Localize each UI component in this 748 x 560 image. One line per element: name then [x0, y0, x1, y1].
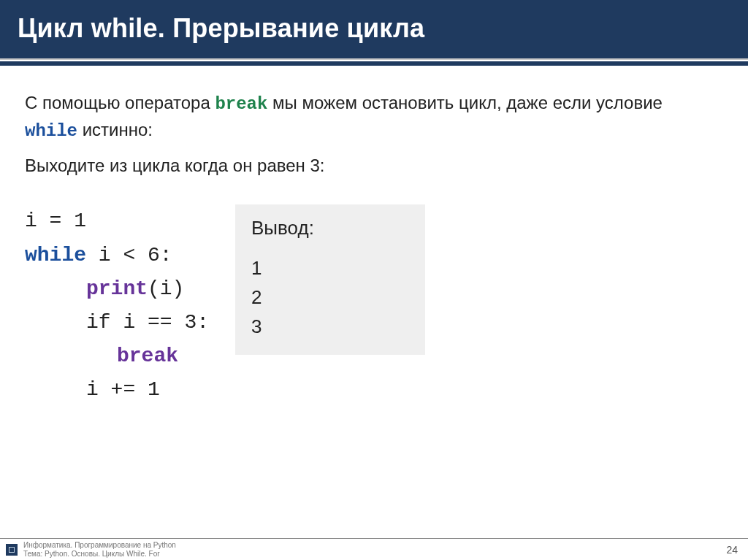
- code-line: break: [25, 340, 209, 373]
- code-text: i < 6:: [86, 244, 172, 266]
- output-line: 2: [251, 283, 409, 312]
- footer-logo-icon: [6, 544, 18, 556]
- footer-line-1: Информатика. Программирование на Python: [23, 541, 176, 550]
- code-keyword-while: while: [25, 244, 86, 266]
- content-columns: i = 1 while i < 6: print(i) if i == 3: b…: [25, 204, 723, 407]
- intro-paragraph-1: С помощью оператора break мы можем остан…: [25, 91, 697, 145]
- slide: Цикл while. Прерывание цикла С помощью о…: [0, 0, 748, 560]
- code-keyword-break: break: [117, 345, 178, 367]
- intro-text: С помощью оператора: [25, 93, 215, 112]
- keyword-while: while: [25, 121, 77, 141]
- page-number: 24: [726, 544, 742, 556]
- intro-paragraph-2: Выходите из цикла когда он равен 3:: [25, 153, 697, 179]
- slide-body: С помощью оператора break мы можем остан…: [0, 66, 748, 560]
- code-line: while i < 6:: [25, 239, 209, 272]
- footer-text: Информатика. Программирование на Python …: [23, 541, 176, 558]
- intro-text: истинно:: [77, 120, 153, 139]
- slide-header: Цикл while. Прерывание цикла: [0, 0, 748, 58]
- code-block: i = 1 while i < 6: print(i) if i == 3: b…: [25, 204, 209, 407]
- intro-text: мы можем остановить цикл, даже если усло…: [267, 93, 663, 112]
- code-function-print: print: [86, 277, 148, 300]
- code-line: if i == 3:: [25, 306, 209, 340]
- code-line: i += 1: [25, 373, 209, 407]
- keyword-break: break: [215, 94, 267, 114]
- output-title: Вывод:: [251, 213, 409, 242]
- code-line: print(i): [25, 272, 209, 306]
- output-line: 3: [251, 312, 409, 341]
- footer-line-2: Тема: Python. Основы. Циклы While. For: [23, 550, 176, 559]
- slide-title: Цикл while. Прерывание цикла: [18, 13, 730, 44]
- output-box: Вывод: 1 2 3: [235, 204, 425, 354]
- divider-thin: [0, 58, 748, 60]
- code-text: i = 1: [25, 210, 86, 232]
- output-line: 1: [251, 253, 409, 283]
- slide-footer: Информатика. Программирование на Python …: [0, 538, 748, 560]
- code-line: i = 1: [25, 204, 209, 238]
- code-text: (i): [148, 277, 184, 300]
